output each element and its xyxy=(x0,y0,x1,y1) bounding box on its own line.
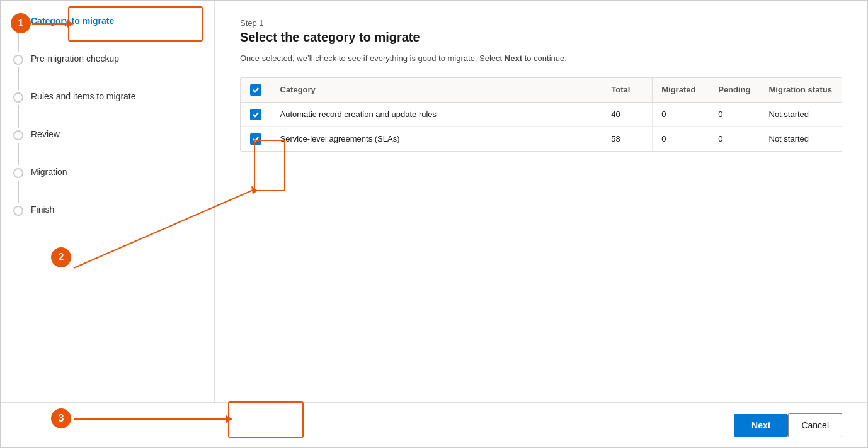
description-text-1: Once selected, we’ll check to see if eve… xyxy=(240,53,505,63)
step-circle-5 xyxy=(13,168,23,178)
migration-table: Category Total Migrated Pending xyxy=(241,78,842,151)
main-content: Category to migrate Pre-migration checku… xyxy=(1,1,867,402)
next-button[interactable]: Next xyxy=(734,414,788,437)
sidebar: Category to migrate Pre-migration checku… xyxy=(1,1,215,402)
select-all-checkbox[interactable] xyxy=(250,84,261,96)
step-connector-6 xyxy=(13,204,23,217)
table-body: Automatic record creation and update rul… xyxy=(241,102,842,151)
col-header-category: Category xyxy=(271,78,602,103)
step-number: Step 1 xyxy=(240,18,842,28)
sidebar-item-pre-migration[interactable]: Pre-migration checkup xyxy=(13,53,202,91)
row-1-checkbox-cell xyxy=(241,102,271,126)
col-header-checkbox xyxy=(241,78,271,103)
right-panel: Step 1 Select the category to migrate On… xyxy=(215,1,867,402)
step-circle-4 xyxy=(13,130,23,140)
row-1-category: Automatic record creation and update rul… xyxy=(271,102,602,126)
row-2-checkbox[interactable] xyxy=(250,133,261,145)
col-header-total: Total xyxy=(602,78,653,103)
table-row: Automatic record creation and update rul… xyxy=(241,102,842,126)
cancel-button[interactable]: Cancel xyxy=(788,413,842,437)
sidebar-step-label-6: Finish xyxy=(31,204,54,215)
description-bold: Next xyxy=(505,53,522,63)
table-row: Service-level agreements (SLAs) 58 0 0 N… xyxy=(241,126,842,151)
description-text-2: to continue. xyxy=(522,53,567,63)
step-line-4 xyxy=(18,143,19,165)
row-1-checkbox[interactable] xyxy=(250,109,261,120)
row-2-total: 58 xyxy=(602,126,653,151)
row-1-migration-status: Not started xyxy=(760,102,842,126)
table-header-row: Category Total Migrated Pending xyxy=(241,78,842,103)
annotation-badge-1: 1 xyxy=(11,13,31,33)
col-header-migrated: Migrated xyxy=(653,78,709,103)
step-circle-3 xyxy=(13,92,23,103)
sidebar-item-finish[interactable]: Finish xyxy=(13,204,202,217)
category-table: Category Total Migrated Pending xyxy=(240,77,842,152)
sidebar-item-review[interactable]: Review xyxy=(13,129,202,167)
step-line-2 xyxy=(18,67,19,90)
step-line-5 xyxy=(18,181,19,203)
annotation-badge-2: 2 xyxy=(51,247,71,267)
annotation-badge-3: 3 xyxy=(51,408,71,428)
col-header-pending: Pending xyxy=(709,78,760,103)
row-1-migrated: 0 xyxy=(653,102,709,126)
col-header-migration-status: Migration status xyxy=(760,78,842,103)
step-connector-3 xyxy=(13,91,23,129)
app-window: 1 2 3 Category to migrate xyxy=(0,0,868,448)
step-connector-5 xyxy=(13,167,23,204)
step-connector-2 xyxy=(13,53,23,91)
row-2-migration-status: Not started xyxy=(760,126,842,151)
sidebar-item-category-to-migrate[interactable]: Category to migrate xyxy=(13,16,202,53)
row-2-category: Service-level agreements (SLAs) xyxy=(271,126,602,151)
row-1-total: 40 xyxy=(602,102,653,126)
footer: Next Cancel xyxy=(1,402,867,447)
row-1-pending: 0 xyxy=(709,102,760,126)
step-title: Select the category to migrate xyxy=(240,30,842,45)
row-2-checkbox-cell xyxy=(241,126,271,151)
sidebar-item-rules-and-items[interactable]: Rules and items to migrate xyxy=(13,91,202,129)
sidebar-step-label-3: Rules and items to migrate xyxy=(31,91,136,102)
step-description: Once selected, we’ll check to see if eve… xyxy=(240,52,842,65)
step-circle-6 xyxy=(13,206,23,216)
sidebar-item-migration[interactable]: Migration xyxy=(13,167,202,204)
row-2-migrated: 0 xyxy=(653,126,709,151)
row-2-pending: 0 xyxy=(709,126,760,151)
sidebar-step-label-4: Review xyxy=(31,129,60,140)
sidebar-step-label-2: Pre-migration checkup xyxy=(31,53,119,64)
sidebar-step-label-5: Migration xyxy=(31,167,67,177)
step-connector-4 xyxy=(13,129,23,167)
sidebar-step-label-1: Category to migrate xyxy=(31,16,114,26)
step-circle-2 xyxy=(13,55,23,65)
step-line-3 xyxy=(18,105,19,128)
